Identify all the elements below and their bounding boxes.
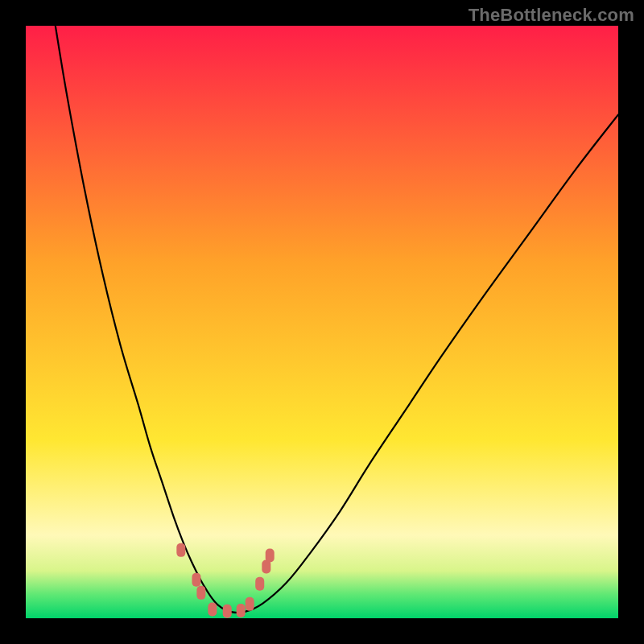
data-marker [192,573,200,587]
bottleneck-curve [26,26,618,618]
data-marker [237,604,246,617]
chart-frame: TheBottleneck.com [0,0,644,644]
data-marker [246,597,254,611]
data-marker [196,586,205,600]
data-marker [176,543,185,557]
data-marker [223,605,232,618]
plot-area [26,26,618,618]
data-marker [208,602,217,616]
data-marker [255,577,264,591]
data-marker [266,548,275,562]
watermark-text: TheBottleneck.com [469,5,634,26]
